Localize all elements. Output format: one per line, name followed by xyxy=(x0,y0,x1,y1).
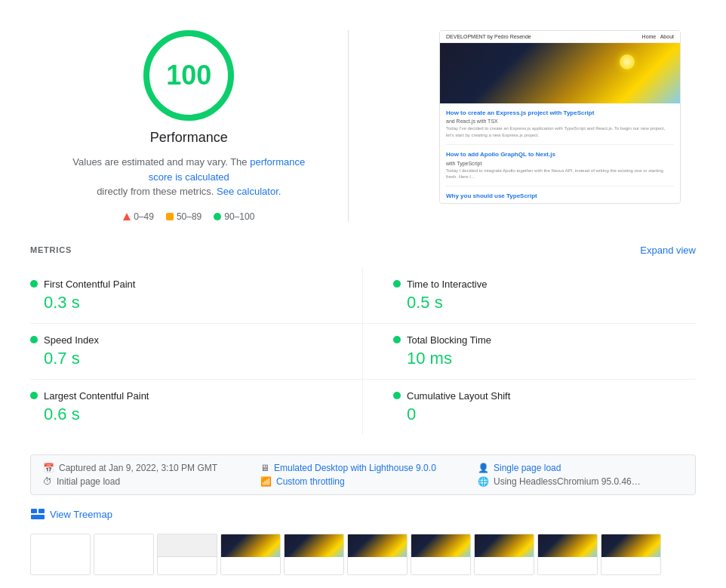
user-icon: 👤 xyxy=(478,463,489,473)
thumbnail-6 xyxy=(347,534,408,575)
metric-tti-name-row: Time to Interactive xyxy=(393,279,684,290)
emulated-link[interactable]: Emulated Desktop with Lighthouse 9.0.0 xyxy=(274,463,436,473)
thumbnail-4 xyxy=(220,534,281,575)
thumb8-hero xyxy=(475,534,534,557)
metric-tbt: Total Blocking Time 10 ms xyxy=(363,324,696,380)
metric-lcp: Largest Contentful Paint 0.6 s xyxy=(30,380,363,435)
metric-tti: Time to Interactive 0.5 s xyxy=(363,268,696,324)
fcp-value: 0.3 s xyxy=(30,293,344,312)
si-label: Speed Index xyxy=(44,334,99,346)
treemap-link[interactable]: View Treemap xyxy=(50,509,112,520)
post3-title: Why you should use TypeScript xyxy=(446,192,674,200)
score-legend: 0–49 50–89 90–100 xyxy=(123,211,254,222)
svg-rect-0 xyxy=(31,509,37,513)
thumb4-hero xyxy=(221,534,280,557)
post2-title: How to add Apollo GraphQL to Next.js xyxy=(446,151,674,159)
thumbnail-7 xyxy=(411,534,471,575)
score-section: 100 Performance Values are estimated and… xyxy=(45,30,333,222)
post3-subtitle: On you're next JavaScript Project xyxy=(446,202,674,203)
metric-lcp-name-row: Largest Contentful Paint xyxy=(30,390,344,402)
post1-title: How to create an Express.js project with… xyxy=(446,109,674,117)
thumb1-content xyxy=(31,534,90,575)
info-bar: 📅 Captured at Jan 9, 2022, 3:10 PM GMT 🖥… xyxy=(30,454,696,495)
post1-body: Today I've decided to create an Express.… xyxy=(446,125,674,138)
treemap-icon xyxy=(30,509,45,519)
cls-label: Cumulative Layout Shift xyxy=(407,390,510,402)
thumb6-hero xyxy=(348,534,407,557)
thumbnails-row xyxy=(15,528,711,581)
description-start: Values are estimated and may vary. The xyxy=(72,156,247,168)
metrics-header: METRICS Expand view xyxy=(30,245,696,256)
si-status-dot xyxy=(30,336,38,343)
thumbnail-2 xyxy=(94,534,154,575)
si-value: 0.7 s xyxy=(30,349,344,368)
blog-post-3: Why you should use TypeScript On you're … xyxy=(446,192,674,203)
chrome-icon: 🌐 xyxy=(478,476,489,487)
description-mid: directly from these metrics. xyxy=(97,186,214,197)
score-label: Performance xyxy=(150,130,228,146)
throttling-link[interactable]: Custom throttling xyxy=(276,476,345,487)
thumbnail-1 xyxy=(30,534,91,575)
score-circle: 100 xyxy=(143,30,234,121)
lcp-status-dot xyxy=(30,392,38,399)
tti-value: 0.5 s xyxy=(393,293,684,312)
chromium-info: 🌐 Using HeadlessChromium 95.0.4638.69 wi… xyxy=(478,476,683,487)
clock-icon: ⏱ xyxy=(43,476,52,487)
fcp-label: First Contentful Paint xyxy=(44,279,135,290)
average-range: 50–89 xyxy=(177,211,201,222)
section-divider xyxy=(348,30,349,222)
lcp-label: Largest Contentful Paint xyxy=(44,390,149,402)
preview-section: DEVELOPMENT by Pedro Resende Home About … xyxy=(364,30,681,204)
metric-si: Speed Index 0.7 s xyxy=(30,324,363,380)
top-section: 100 Performance Values are estimated and… xyxy=(15,15,711,237)
score-value: 100 xyxy=(166,60,211,91)
metrics-title: METRICS xyxy=(30,245,72,254)
legend-average: 50–89 xyxy=(166,211,201,222)
tbt-value: 10 ms xyxy=(393,349,684,368)
initial-page-info: ⏱ Initial page load xyxy=(43,476,248,487)
tbt-status-dot xyxy=(393,336,401,343)
blog-header-text: DEVELOPMENT by Pedro Resende xyxy=(446,34,531,39)
blog-preview: DEVELOPMENT by Pedro Resende Home About … xyxy=(440,31,680,203)
blog-content: How to create an Express.js project with… xyxy=(440,103,680,203)
metric-cls-name-row: Cumulative Layout Shift xyxy=(393,390,684,402)
post2-body: Today I decided to integrate Apollo toge… xyxy=(446,168,674,180)
throttling-info: 📶 Custom throttling xyxy=(260,476,466,487)
calculator-link[interactable]: See calculator. xyxy=(217,186,281,197)
metrics-section: METRICS Expand view First Contentful Pai… xyxy=(15,237,711,442)
thumbnail-10 xyxy=(601,534,661,575)
thumbnail-5 xyxy=(284,534,344,575)
thumb10-hero xyxy=(601,534,660,557)
thumb2-content xyxy=(94,534,153,575)
cls-value: 0 xyxy=(393,405,684,424)
thumb5-hero xyxy=(285,534,343,557)
metric-si-name-row: Speed Index xyxy=(30,334,344,346)
metric-fcp: First Contentful Paint 0.3 s xyxy=(30,268,363,324)
blog-header: DEVELOPMENT by Pedro Resende Home About xyxy=(440,31,680,43)
average-icon xyxy=(166,213,174,220)
fcp-status-dot xyxy=(30,280,38,288)
monitor-icon: 🖥 xyxy=(260,463,269,473)
page-container: 100 Performance Values are estimated and… xyxy=(0,0,726,588)
pass-icon xyxy=(214,213,221,220)
fail-range: 0–49 xyxy=(134,211,154,222)
metrics-grid: First Contentful Paint 0.3 s Time to Int… xyxy=(30,268,696,435)
cls-status-dot xyxy=(393,392,401,399)
captured-info: 📅 Captured at Jan 9, 2022, 3:10 PM GMT xyxy=(43,463,248,473)
initial-page-text: Initial page load xyxy=(57,476,120,487)
metric-tbt-name-row: Total Blocking Time xyxy=(393,334,684,346)
lcp-value: 0.6 s xyxy=(30,405,344,424)
tti-status-dot xyxy=(393,280,401,288)
expand-view-link[interactable]: Expand view xyxy=(640,245,696,256)
blog-post-1: How to create an Express.js project with… xyxy=(446,109,674,145)
thumbnail-9 xyxy=(537,534,598,575)
score-description: Values are estimated and may vary. The p… xyxy=(60,155,317,199)
blog-hero-image xyxy=(440,43,680,103)
pass-range: 90–100 xyxy=(224,211,254,222)
single-page-link[interactable]: Single page load xyxy=(494,463,561,473)
svg-rect-2 xyxy=(31,515,45,519)
legend-pass: 90–100 xyxy=(214,211,254,222)
thumbnail-3 xyxy=(157,534,217,575)
thumb7-hero xyxy=(411,534,470,557)
chromium-text: Using HeadlessChromium 95.0.4638.69 with… xyxy=(494,476,644,487)
